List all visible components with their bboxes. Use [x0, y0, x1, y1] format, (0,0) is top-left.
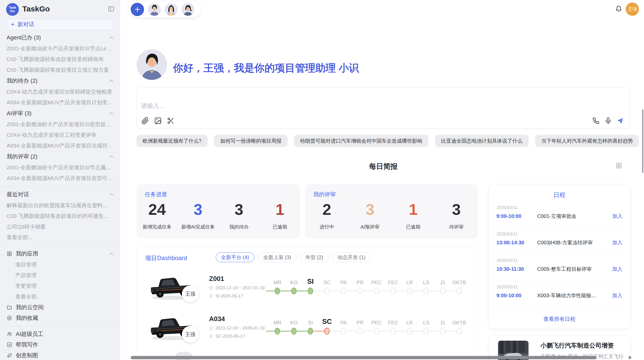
creative-draw-label: 创意制图: [16, 352, 38, 359]
join-link[interactable]: 加入: [612, 213, 622, 220]
sidebar-item-help-write[interactable]: 帮我写作: [0, 339, 120, 350]
divider: [496, 281, 622, 281]
section-ai-review[interactable]: AI评审 (3): [0, 108, 120, 119]
sidebar-item[interactable]: Z001-全新燃油轻卡产品开发项目SI节点属性5D文件评审: [0, 162, 120, 173]
notification-bell-icon[interactable]: [615, 5, 622, 12]
section-my-apps[interactable]: 我的应用: [0, 248, 120, 259]
section-my-todo[interactable]: 我的待办 (2): [0, 75, 120, 86]
event-date: 2025/03/11: [496, 258, 622, 264]
suggestion-chips: 欧洲新规最近颁布了什么? 如何写一份清晰的项目周报 特朗普可能对进口汽车增税会对…: [137, 135, 630, 147]
chevron-up-icon[interactable]: [109, 35, 114, 40]
chevron-up-icon[interactable]: [109, 78, 114, 84]
milestone-label: LR: [401, 280, 418, 286]
recent-chat-item[interactable]: 解释最新出台的欧盟报废车法规再生塑料比例被调至15%...: [0, 200, 120, 211]
stat: 1已逾期: [259, 199, 300, 230]
vertical-scrollbar[interactable]: [642, 109, 643, 173]
phone-call-icon[interactable]: [592, 117, 600, 125]
microphone-icon[interactable]: [604, 117, 612, 125]
apps-view-all[interactable]: 查看全部...: [0, 291, 120, 302]
sidebar-collapse-icon[interactable]: [108, 6, 115, 12]
milestone-dots: [269, 288, 467, 294]
chevron-up-icon[interactable]: [109, 154, 114, 159]
scissors-icon[interactable]: [167, 117, 174, 125]
join-link[interactable]: 加入: [612, 266, 622, 273]
news-title: 小鹏飞行汽车制造公司增资: [540, 341, 614, 350]
send-icon[interactable]: [617, 117, 624, 125]
event-date: 2025/03/11: [496, 284, 622, 290]
event-name: C003|H0B-方案冻结评审: [537, 239, 609, 246]
event-date: 2025/03/11: [496, 205, 622, 211]
card-title: 任务进度: [145, 191, 167, 198]
project-flag-milestone: SC-2025-05-17: [209, 334, 245, 339]
tab-new-platform[interactable]: 全新平台 (4): [216, 252, 254, 262]
sidebar-header: Task Go TaskGo: [0, 0, 120, 19]
image-upload-icon[interactable]: [154, 117, 162, 125]
section-my-review[interactable]: 我的评审 (2): [0, 151, 120, 162]
suggestion-chip[interactable]: 比亚迪全固态电池计划具体说了什么: [435, 135, 529, 147]
app-item-product[interactable]: 产品管理: [0, 270, 120, 281]
suggestion-chip[interactable]: 当下年轻人对汽车外观有怎样的喜好趋势: [535, 135, 639, 147]
suggestion-chip[interactable]: 如何写一份清晰的项目周报: [214, 135, 287, 147]
feather-icon: [7, 353, 12, 358]
tab-powertrain[interactable]: 动总开发 (1): [332, 252, 371, 262]
section-recent-chats[interactable]: 最近对话: [0, 189, 120, 200]
suggestion-chip[interactable]: 特朗普可能对进口汽车增税会对中国车企造成哪些影响: [294, 135, 428, 147]
recent-view-all[interactable]: 查看全部...: [0, 232, 120, 243]
sidebar-item-favorites[interactable]: 我的收藏: [0, 313, 120, 323]
scroll-right-arrow-icon[interactable]: [628, 354, 633, 360]
chevron-up-icon[interactable]: [109, 192, 114, 197]
sidebar-item[interactable]: C0X4-动力总成开发项目工程变更评审: [0, 130, 120, 140]
app-item-change[interactable]: 变更管理: [0, 281, 120, 291]
milestone-label: FEC: [385, 280, 401, 286]
app-item-project[interactable]: 项目管理: [0, 259, 120, 270]
join-link[interactable]: 加入: [612, 239, 622, 246]
horizontal-scrollbar[interactable]: [131, 356, 597, 359]
join-link[interactable]: 加入: [612, 292, 622, 299]
event-date: 2025/03/11: [496, 231, 622, 237]
recent-chat-item[interactable]: 公司Q3轻卡销量: [0, 221, 120, 232]
cloud-space-label: 我的云空间: [16, 304, 44, 311]
section-agent-done[interactable]: Agent已办 (3): [0, 32, 120, 43]
plus-icon: [134, 6, 141, 13]
sidebar-item-creative-draw[interactable]: 创意制图: [0, 350, 120, 360]
milestone-label-active: SI: [302, 278, 319, 286]
sidebar-item[interactable]: A034-全新新能源MUV产品开发项目造型可行性评审: [0, 173, 120, 184]
milestone-label: PEC: [368, 320, 385, 326]
tab-new-body[interactable]: 全新上装 (3): [258, 252, 297, 262]
recent-chat-item[interactable]: C02-飞腾新能源轻客改款项目的闭环通告反馈情况: [0, 211, 120, 221]
milestone-label: SC: [319, 280, 335, 286]
user-avatar[interactable]: 王强: [626, 3, 639, 16]
event-time: 10:30-11:30: [496, 266, 537, 272]
sidebar-item-cloud-space[interactable]: 我的云空间: [0, 302, 120, 313]
stat-value: 3: [218, 199, 259, 220]
layout-grid-icon[interactable]: [616, 162, 622, 169]
milestone-label: PA: [335, 320, 352, 326]
divider: [0, 326, 120, 326]
milestone-label: LS: [418, 280, 434, 286]
conversation-avatar-2[interactable]: [165, 3, 178, 16]
input-toolbar-left: [141, 117, 174, 125]
new-chat-button[interactable]: + 新对话: [7, 19, 113, 30]
sidebar-item[interactable]: C02-飞腾新能源轻客改款项目里程碑画布: [0, 54, 120, 65]
attachment-icon[interactable]: [141, 117, 149, 125]
suggestion-chip[interactable]: 欧洲新规最近颁布了什么?: [137, 135, 208, 147]
sidebar-item[interactable]: C02-飞腾新能源轻客改款项目立项汇报方案: [0, 65, 120, 75]
chat-input[interactable]: [141, 102, 497, 109]
add-conversation-button[interactable]: [131, 3, 144, 16]
sidebar-item[interactable]: Z001-全新燃油皮卡产品开发项目SI节点Lesson Learn报告: [0, 43, 120, 54]
sidebar-item[interactable]: A034-全新新能源MUV产品开发项目计划变更表编写: [0, 97, 120, 108]
conversation-avatar-1[interactable]: [148, 3, 161, 16]
sidebar-item[interactable]: C0X4-动力总成开发项目SI里程碑提交物检查: [0, 86, 120, 97]
flag-label: SC-2025-05-17: [215, 334, 245, 339]
sidebar-item[interactable]: A034-全新新能源MUV产品开发项目法规符合性评审: [0, 140, 120, 151]
view-all-schedule-link[interactable]: 查看所有日程: [489, 316, 630, 323]
tab-year-model[interactable]: 年型 (2): [300, 252, 329, 262]
sidebar-item[interactable]: Z001-全新燃油轻卡产品开发项目SI造型提交物评审: [0, 119, 120, 130]
chevron-up-icon[interactable]: [109, 111, 114, 116]
sidebar-item-ai-employee[interactable]: AI超级员工: [0, 329, 120, 339]
chevron-up-icon[interactable]: [109, 251, 114, 257]
schedule-title: 日程: [489, 191, 630, 199]
conversation-avatar-3[interactable]: [182, 3, 194, 16]
event-time: 13:00-14:30: [496, 240, 537, 246]
stat: 2进行中: [305, 199, 348, 230]
